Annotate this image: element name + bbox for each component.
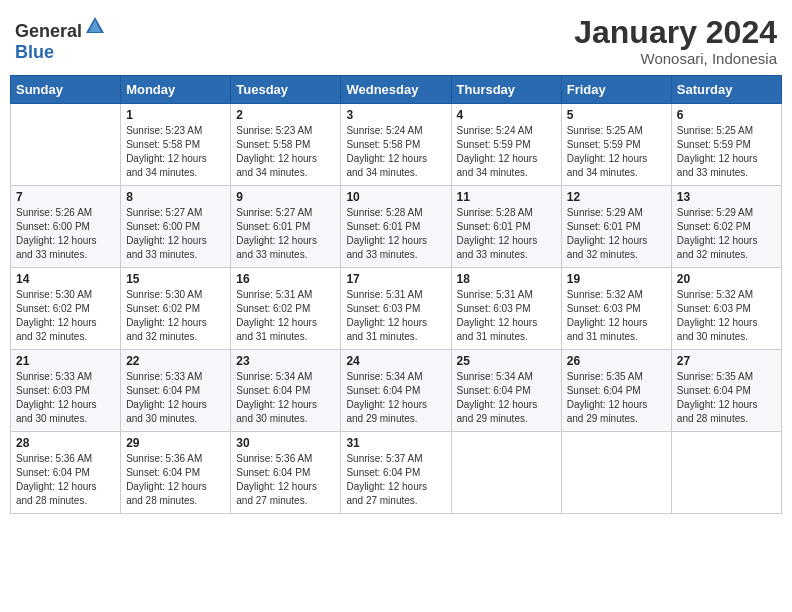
- calendar-cell: 30Sunrise: 5:36 AMSunset: 6:04 PMDayligh…: [231, 432, 341, 514]
- day-header-friday: Friday: [561, 76, 671, 104]
- calendar-cell: 3Sunrise: 5:24 AMSunset: 5:58 PMDaylight…: [341, 104, 451, 186]
- calendar-cell: 9Sunrise: 5:27 AMSunset: 6:01 PMDaylight…: [231, 186, 341, 268]
- logo: General Blue: [15, 15, 106, 63]
- day-info: Sunrise: 5:31 AMSunset: 6:02 PMDaylight:…: [236, 288, 335, 344]
- calendar-cell: 31Sunrise: 5:37 AMSunset: 6:04 PMDayligh…: [341, 432, 451, 514]
- day-number: 11: [457, 190, 556, 204]
- day-info: Sunrise: 5:28 AMSunset: 6:01 PMDaylight:…: [457, 206, 556, 262]
- day-number: 24: [346, 354, 445, 368]
- calendar-cell: 11Sunrise: 5:28 AMSunset: 6:01 PMDayligh…: [451, 186, 561, 268]
- calendar-cell: 28Sunrise: 5:36 AMSunset: 6:04 PMDayligh…: [11, 432, 121, 514]
- calendar-cell: 13Sunrise: 5:29 AMSunset: 6:02 PMDayligh…: [671, 186, 781, 268]
- day-number: 2: [236, 108, 335, 122]
- logo-text: General Blue: [15, 15, 106, 63]
- day-info: Sunrise: 5:31 AMSunset: 6:03 PMDaylight:…: [457, 288, 556, 344]
- day-number: 31: [346, 436, 445, 450]
- day-info: Sunrise: 5:33 AMSunset: 6:03 PMDaylight:…: [16, 370, 115, 426]
- calendar-cell: [451, 432, 561, 514]
- calendar-cell: 27Sunrise: 5:35 AMSunset: 6:04 PMDayligh…: [671, 350, 781, 432]
- calendar-cell: 23Sunrise: 5:34 AMSunset: 6:04 PMDayligh…: [231, 350, 341, 432]
- calendar-cell: 2Sunrise: 5:23 AMSunset: 5:58 PMDaylight…: [231, 104, 341, 186]
- day-number: 8: [126, 190, 225, 204]
- day-number: 23: [236, 354, 335, 368]
- calendar-cell: 19Sunrise: 5:32 AMSunset: 6:03 PMDayligh…: [561, 268, 671, 350]
- location: Wonosari, Indonesia: [574, 50, 777, 67]
- week-row-3: 14Sunrise: 5:30 AMSunset: 6:02 PMDayligh…: [11, 268, 782, 350]
- calendar-cell: 5Sunrise: 5:25 AMSunset: 5:59 PMDaylight…: [561, 104, 671, 186]
- calendar-cell: 4Sunrise: 5:24 AMSunset: 5:59 PMDaylight…: [451, 104, 561, 186]
- day-header-wednesday: Wednesday: [341, 76, 451, 104]
- day-info: Sunrise: 5:34 AMSunset: 6:04 PMDaylight:…: [236, 370, 335, 426]
- day-header-sunday: Sunday: [11, 76, 121, 104]
- calendar-cell: 1Sunrise: 5:23 AMSunset: 5:58 PMDaylight…: [121, 104, 231, 186]
- day-number: 4: [457, 108, 556, 122]
- day-info: Sunrise: 5:32 AMSunset: 6:03 PMDaylight:…: [677, 288, 776, 344]
- week-row-2: 7Sunrise: 5:26 AMSunset: 6:00 PMDaylight…: [11, 186, 782, 268]
- day-info: Sunrise: 5:32 AMSunset: 6:03 PMDaylight:…: [567, 288, 666, 344]
- day-number: 16: [236, 272, 335, 286]
- day-number: 5: [567, 108, 666, 122]
- title-section: January 2024 Wonosari, Indonesia: [574, 15, 777, 67]
- calendar-cell: 10Sunrise: 5:28 AMSunset: 6:01 PMDayligh…: [341, 186, 451, 268]
- day-info: Sunrise: 5:24 AMSunset: 5:59 PMDaylight:…: [457, 124, 556, 180]
- day-info: Sunrise: 5:27 AMSunset: 6:00 PMDaylight:…: [126, 206, 225, 262]
- calendar-cell: 24Sunrise: 5:34 AMSunset: 6:04 PMDayligh…: [341, 350, 451, 432]
- day-info: Sunrise: 5:35 AMSunset: 6:04 PMDaylight:…: [677, 370, 776, 426]
- calendar-cell: [561, 432, 671, 514]
- day-info: Sunrise: 5:23 AMSunset: 5:58 PMDaylight:…: [126, 124, 225, 180]
- day-number: 9: [236, 190, 335, 204]
- day-number: 28: [16, 436, 115, 450]
- week-row-1: 1Sunrise: 5:23 AMSunset: 5:58 PMDaylight…: [11, 104, 782, 186]
- day-number: 12: [567, 190, 666, 204]
- calendar-cell: 26Sunrise: 5:35 AMSunset: 6:04 PMDayligh…: [561, 350, 671, 432]
- day-info: Sunrise: 5:29 AMSunset: 6:02 PMDaylight:…: [677, 206, 776, 262]
- calendar-cell: 16Sunrise: 5:31 AMSunset: 6:02 PMDayligh…: [231, 268, 341, 350]
- day-info: Sunrise: 5:30 AMSunset: 6:02 PMDaylight:…: [16, 288, 115, 344]
- day-number: 30: [236, 436, 335, 450]
- day-info: Sunrise: 5:36 AMSunset: 6:04 PMDaylight:…: [126, 452, 225, 508]
- day-info: Sunrise: 5:29 AMSunset: 6:01 PMDaylight:…: [567, 206, 666, 262]
- day-info: Sunrise: 5:35 AMSunset: 6:04 PMDaylight:…: [567, 370, 666, 426]
- day-info: Sunrise: 5:25 AMSunset: 5:59 PMDaylight:…: [677, 124, 776, 180]
- day-header-tuesday: Tuesday: [231, 76, 341, 104]
- day-info: Sunrise: 5:36 AMSunset: 6:04 PMDaylight:…: [16, 452, 115, 508]
- day-info: Sunrise: 5:36 AMSunset: 6:04 PMDaylight:…: [236, 452, 335, 508]
- day-info: Sunrise: 5:28 AMSunset: 6:01 PMDaylight:…: [346, 206, 445, 262]
- day-info: Sunrise: 5:27 AMSunset: 6:01 PMDaylight:…: [236, 206, 335, 262]
- calendar-cell: 29Sunrise: 5:36 AMSunset: 6:04 PMDayligh…: [121, 432, 231, 514]
- calendar-cell: 18Sunrise: 5:31 AMSunset: 6:03 PMDayligh…: [451, 268, 561, 350]
- day-number: 1: [126, 108, 225, 122]
- day-info: Sunrise: 5:31 AMSunset: 6:03 PMDaylight:…: [346, 288, 445, 344]
- day-info: Sunrise: 5:37 AMSunset: 6:04 PMDaylight:…: [346, 452, 445, 508]
- calendar-cell: 7Sunrise: 5:26 AMSunset: 6:00 PMDaylight…: [11, 186, 121, 268]
- day-number: 14: [16, 272, 115, 286]
- day-info: Sunrise: 5:26 AMSunset: 6:00 PMDaylight:…: [16, 206, 115, 262]
- day-number: 25: [457, 354, 556, 368]
- day-info: Sunrise: 5:30 AMSunset: 6:02 PMDaylight:…: [126, 288, 225, 344]
- calendar-cell: 25Sunrise: 5:34 AMSunset: 6:04 PMDayligh…: [451, 350, 561, 432]
- calendar-cell: 12Sunrise: 5:29 AMSunset: 6:01 PMDayligh…: [561, 186, 671, 268]
- day-number: 19: [567, 272, 666, 286]
- calendar-table: SundayMondayTuesdayWednesdayThursdayFrid…: [10, 75, 782, 514]
- logo-general: General: [15, 21, 82, 41]
- calendar-cell: 21Sunrise: 5:33 AMSunset: 6:03 PMDayligh…: [11, 350, 121, 432]
- logo-icon: [84, 15, 106, 37]
- day-header-monday: Monday: [121, 76, 231, 104]
- calendar-cell: 6Sunrise: 5:25 AMSunset: 5:59 PMDaylight…: [671, 104, 781, 186]
- day-info: Sunrise: 5:23 AMSunset: 5:58 PMDaylight:…: [236, 124, 335, 180]
- day-number: 3: [346, 108, 445, 122]
- day-number: 20: [677, 272, 776, 286]
- calendar-cell: 22Sunrise: 5:33 AMSunset: 6:04 PMDayligh…: [121, 350, 231, 432]
- day-info: Sunrise: 5:25 AMSunset: 5:59 PMDaylight:…: [567, 124, 666, 180]
- calendar-cell: 20Sunrise: 5:32 AMSunset: 6:03 PMDayligh…: [671, 268, 781, 350]
- day-number: 13: [677, 190, 776, 204]
- calendar-cell: 8Sunrise: 5:27 AMSunset: 6:00 PMDaylight…: [121, 186, 231, 268]
- day-info: Sunrise: 5:34 AMSunset: 6:04 PMDaylight:…: [457, 370, 556, 426]
- day-info: Sunrise: 5:24 AMSunset: 5:58 PMDaylight:…: [346, 124, 445, 180]
- days-header-row: SundayMondayTuesdayWednesdayThursdayFrid…: [11, 76, 782, 104]
- day-number: 10: [346, 190, 445, 204]
- day-number: 18: [457, 272, 556, 286]
- calendar-cell: [11, 104, 121, 186]
- calendar-cell: 14Sunrise: 5:30 AMSunset: 6:02 PMDayligh…: [11, 268, 121, 350]
- day-number: 22: [126, 354, 225, 368]
